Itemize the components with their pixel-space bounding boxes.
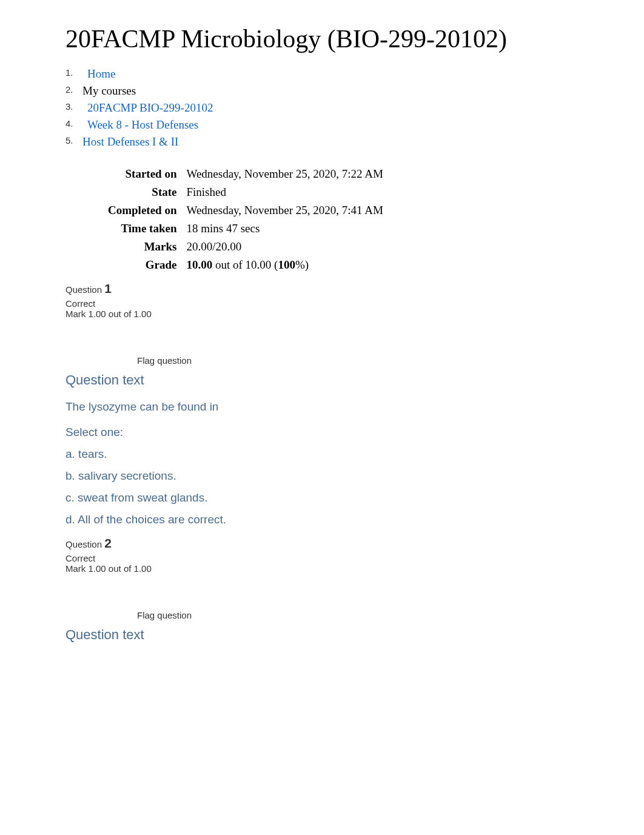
question-1-header: Question 1	[65, 281, 620, 296]
question-1-option-b[interactable]: b. salivary secretions.	[65, 469, 620, 483]
state-value: Finished	[181, 183, 383, 201]
breadcrumb-item-activity: Host Defenses I & II	[65, 133, 620, 150]
question-1-prompt: The lysozyme can be found in	[65, 400, 620, 414]
question-word: Question	[65, 539, 104, 549]
flag-question-link[interactable]: Flag question	[137, 610, 192, 620]
breadcrumb-link-week[interactable]: Week 8 - Host Defenses	[82, 118, 198, 131]
time-taken-value: 18 mins 47 secs	[181, 220, 383, 238]
grade-value: 10.00 out of 10.00 (100%)	[181, 256, 383, 274]
marks-label: Marks	[108, 238, 181, 256]
completed-on-value: Wednesday, November 25, 2020, 7:41 AM	[181, 201, 383, 220]
grade-mid: out of 10.00 (	[212, 258, 278, 271]
select-one-label: Select one:	[65, 426, 620, 439]
breadcrumb-link-course[interactable]: 20FACMP BIO-299-20102	[82, 101, 213, 114]
question-2-flag-area: Flag question	[65, 610, 620, 621]
attempt-summary-table: Started on Wednesday, November 25, 2020,…	[108, 165, 383, 274]
breadcrumb: Home My courses 20FACMP BIO-299-20102 We…	[65, 65, 620, 150]
question-1-number: 1	[104, 281, 112, 295]
grade-percent: 100	[278, 258, 295, 271]
breadcrumb-item-mycourses: My courses	[65, 82, 620, 99]
page-title: 20FACMP Microbiology (BIO-299-20102)	[65, 24, 620, 53]
state-label: State	[108, 183, 181, 201]
marks-value: 20.00/20.00	[181, 238, 383, 256]
question-text-heading: Question text	[65, 372, 620, 388]
question-1-option-c[interactable]: c. sweat from sweat glands.	[65, 491, 620, 505]
breadcrumb-item-home: Home	[65, 65, 620, 82]
breadcrumb-link-activity[interactable]: Host Defenses I & II	[82, 135, 178, 148]
question-2-header: Question 2	[65, 536, 620, 551]
started-on-label: Started on	[108, 165, 181, 183]
question-1-option-a[interactable]: a. tears.	[65, 448, 620, 461]
grade-end: %)	[295, 258, 309, 271]
question-1: Question 1 Correct Mark 1.00 out of 1.00…	[65, 281, 620, 526]
question-word: Question	[65, 284, 104, 295]
question-2: Question 2 Correct Mark 1.00 out of 1.00…	[65, 536, 620, 643]
question-1-flag-area: Flag question	[65, 355, 620, 366]
grade-earned: 10.00	[186, 258, 212, 271]
question-2-number: 2	[104, 536, 112, 550]
question-text-heading: Question text	[65, 627, 620, 643]
question-1-status: Correct	[65, 298, 620, 309]
breadcrumb-item-course: 20FACMP BIO-299-20102	[65, 99, 620, 116]
completed-on-label: Completed on	[108, 201, 181, 220]
question-1-mark: Mark 1.00 out of 1.00	[65, 309, 620, 319]
question-1-option-d[interactable]: d. All of the choices are correct.	[65, 513, 620, 526]
question-2-mark: Mark 1.00 out of 1.00	[65, 563, 620, 574]
breadcrumb-item-week: Week 8 - Host Defenses	[65, 116, 620, 133]
started-on-value: Wednesday, November 25, 2020, 7:22 AM	[181, 165, 383, 183]
breadcrumb-link-home[interactable]: Home	[82, 67, 115, 80]
grade-label: Grade	[108, 256, 181, 274]
time-taken-label: Time taken	[108, 220, 181, 238]
question-2-status: Correct	[65, 553, 620, 563]
flag-question-link[interactable]: Flag question	[137, 355, 192, 366]
